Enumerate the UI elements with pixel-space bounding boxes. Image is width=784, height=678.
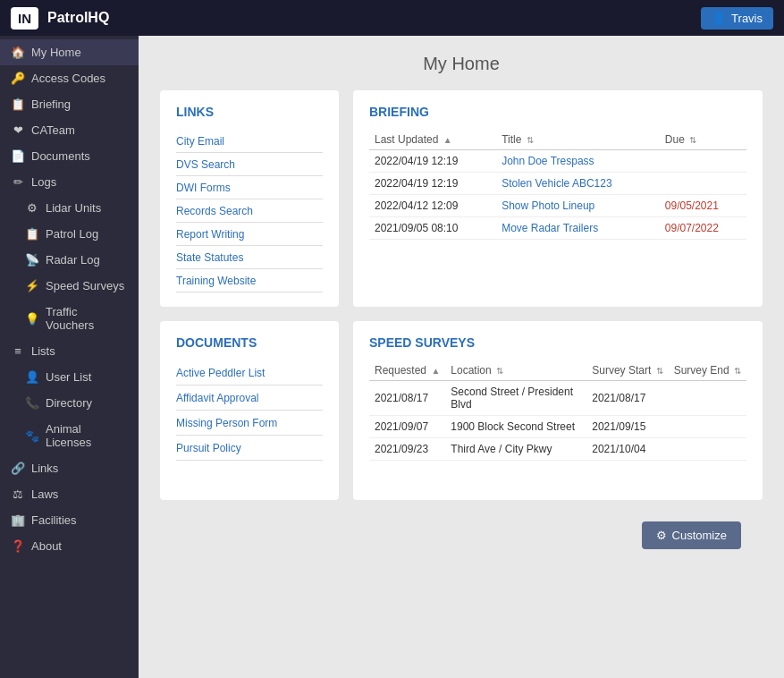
briefing-last-updated: 2022/04/19 12:19: [369, 150, 496, 173]
page-title: My Home: [160, 54, 763, 74]
list-item: DWI Forms: [176, 176, 323, 199]
links-link[interactable]: State Statutes: [176, 251, 243, 264]
sidebar-item-animal-licenses[interactable]: 🐾Animal Licenses: [0, 416, 139, 455]
app-logo: IN: [11, 7, 38, 30]
table-row: 2021/09/05 08:10 Move Radar Trailers 09/…: [369, 217, 746, 240]
sidebar-item-laws[interactable]: ⚖Laws: [0, 481, 139, 507]
sidebar-label-facilities: Facilities: [31, 513, 77, 527]
sidebar-item-speed-surveys[interactable]: ⚡Speed Surveys: [0, 273, 139, 299]
sidebar-icon-speed-surveys: ⚡: [25, 279, 39, 292]
docs-link[interactable]: Active Peddler List: [176, 367, 265, 379]
docs-link[interactable]: Affidavit Approval: [176, 392, 259, 404]
sidebar-label-patrol-log: Patrol Log: [46, 227, 98, 241]
docs-link[interactable]: Pursuit Policy: [176, 442, 241, 454]
briefing-card: BRIEFING Last Updated ▲Title ⇅Due ⇅ 2022…: [353, 90, 763, 307]
documents-list: Active Peddler ListAffidavit ApprovalMis…: [176, 360, 323, 461]
sidebar-item-lidar-units[interactable]: ⚙Lidar Units: [0, 195, 139, 221]
sidebar-item-user-list[interactable]: 👤User List: [0, 364, 139, 390]
briefing-title[interactable]: John Doe Trespass: [496, 150, 660, 173]
briefing-title[interactable]: Stolen Vehicle ABC123: [496, 173, 660, 195]
table-row: 2022/04/19 12:19 John Doe Trespass: [369, 150, 746, 173]
links-link[interactable]: Training Website: [176, 275, 256, 287]
list-item: DVS Search: [176, 153, 323, 176]
sort-icon: ▲: [431, 366, 440, 376]
links-link[interactable]: Report Writing: [176, 228, 244, 241]
links-card-title: LINKS: [176, 105, 323, 119]
sidebar-item-radar-log[interactable]: 📡Radar Log: [0, 247, 139, 273]
sidebar-item-about[interactable]: ❓About: [0, 533, 139, 559]
list-item: Active Peddler List: [176, 360, 323, 386]
briefing-col-header[interactable]: Last Updated ▲: [369, 130, 496, 150]
surveys-col-header[interactable]: Requested ▲: [369, 360, 445, 381]
links-link[interactable]: DWI Forms: [176, 182, 231, 194]
documents-card-title: DOCUMENTS: [176, 335, 323, 350]
sidebar-label-access-codes: Access Codes: [31, 72, 105, 85]
briefing-title[interactable]: Show Photo Lineup: [496, 195, 660, 217]
sidebar-item-logs[interactable]: ✏Logs: [0, 169, 139, 195]
survey-start: 2021/08/17: [586, 381, 668, 416]
sort-icon: ⇅: [496, 366, 503, 376]
briefing-last-updated: 2022/04/12 12:09: [369, 195, 496, 217]
briefing-col-header[interactable]: Title ⇅: [496, 130, 660, 150]
surveys-col-header[interactable]: Survey Start ⇅: [586, 360, 668, 381]
links-link[interactable]: DVS Search: [176, 158, 235, 171]
sidebar-label-lists-section: Lists: [31, 344, 55, 358]
links-link[interactable]: Records Search: [176, 205, 253, 217]
sidebar-label-documents: Documents: [31, 149, 90, 163]
briefing-title[interactable]: Move Radar Trailers: [496, 217, 660, 240]
sidebar-label-about: About: [31, 539, 62, 553]
sidebar-item-links[interactable]: 🔗Links: [0, 455, 139, 481]
surveys-col-header[interactable]: Survey End ⇅: [669, 360, 746, 381]
sidebar-label-directory: Directory: [46, 396, 92, 410]
sidebar: 🏠My Home🔑Access Codes📋Briefing❤CATeam📄Do…: [0, 36, 139, 678]
sidebar-icon-lidar-units: ⚙: [25, 201, 39, 215]
survey-requested: 2021/09/23: [369, 438, 445, 461]
sidebar-item-access-codes[interactable]: 🔑Access Codes: [0, 65, 139, 91]
sidebar-item-facilities[interactable]: 🏢Facilities: [0, 507, 139, 533]
sidebar-item-lists-section[interactable]: ≡Lists: [0, 338, 139, 364]
table-row: 2021/09/23 Third Ave / City Pkwy 2021/10…: [369, 438, 746, 461]
docs-link[interactable]: Missing Person Form: [176, 417, 277, 429]
bottom-cards-row: DOCUMENTS Active Peddler ListAffidavit A…: [160, 321, 763, 500]
sidebar-icon-my-home: 🏠: [11, 46, 25, 59]
sidebar-icon-access-codes: 🔑: [11, 72, 25, 85]
sidebar-item-my-home[interactable]: 🏠My Home: [0, 39, 139, 65]
sort-icon: ⇅: [734, 366, 741, 376]
sidebar-item-directory[interactable]: 📞Directory: [0, 390, 139, 416]
sidebar-icon-about: ❓: [11, 539, 25, 553]
list-item: Training Website: [176, 269, 323, 292]
list-item: Records Search: [176, 199, 323, 223]
briefing-last-updated: 2022/04/19 12:19: [369, 173, 496, 195]
briefing-due: [660, 173, 746, 195]
sidebar-item-documents[interactable]: 📄Documents: [0, 143, 139, 169]
user-menu-button[interactable]: 👤 Travis: [701, 7, 773, 30]
documents-card: DOCUMENTS Active Peddler ListAffidavit A…: [160, 321, 339, 500]
customize-button[interactable]: ⚙ Customize: [642, 521, 741, 549]
sidebar-label-links: Links: [31, 462, 58, 475]
sidebar-item-patrol-log[interactable]: 📋Patrol Log: [0, 221, 139, 247]
main-layout: 🏠My Home🔑Access Codes📋Briefing❤CATeam📄Do…: [0, 36, 784, 678]
sidebar-icon-traffic-vouchers: 💡: [25, 312, 39, 326]
sidebar-icon-logs: ✏: [11, 175, 25, 189]
speed-surveys-card: SPEED SURVEYS Requested ▲Location ⇅Surve…: [353, 321, 763, 500]
briefing-col-header[interactable]: Due ⇅: [660, 130, 746, 150]
customize-bar: ⚙ Customize: [160, 514, 763, 564]
briefing-due: 09/05/2021: [660, 195, 746, 217]
table-row: 2021/09/07 1900 Block Second Street 2021…: [369, 416, 746, 438]
sidebar-icon-cateam: ❤: [11, 123, 25, 137]
sidebar-icon-directory: 📞: [25, 396, 39, 410]
sidebar-item-traffic-vouchers[interactable]: 💡Traffic Vouchers: [0, 299, 139, 338]
sidebar-icon-radar-log: 📡: [25, 253, 39, 267]
sidebar-item-briefing[interactable]: 📋Briefing: [0, 91, 139, 117]
links-link[interactable]: City Email: [176, 135, 224, 148]
survey-location: 1900 Block Second Street: [445, 416, 586, 438]
sidebar-icon-animal-licenses: 🐾: [25, 429, 39, 443]
list-item: Affidavit Approval: [176, 386, 323, 411]
survey-requested: 2021/09/07: [369, 416, 445, 438]
briefing-due: 09/07/2022: [660, 217, 746, 240]
surveys-col-header[interactable]: Location ⇅: [445, 360, 586, 381]
speed-surveys-card-title: SPEED SURVEYS: [369, 335, 746, 350]
sidebar-icon-user-list: 👤: [25, 370, 39, 384]
sidebar-item-cateam[interactable]: ❤CATeam: [0, 117, 139, 143]
survey-start: 2021/10/04: [586, 438, 668, 461]
